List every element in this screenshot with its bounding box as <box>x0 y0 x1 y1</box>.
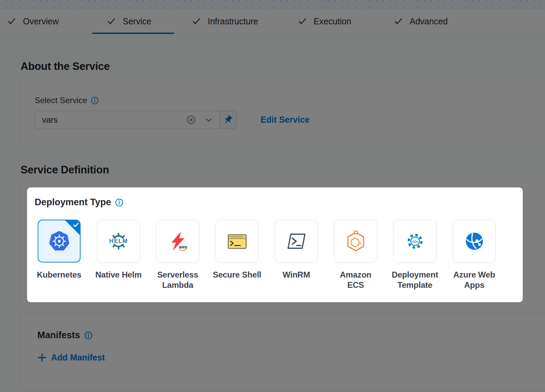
option-label: Secure Shell <box>207 270 267 280</box>
option-label: Kubernetes <box>29 270 89 280</box>
serverless-lambda-icon: aws <box>167 230 189 252</box>
serverless-lambda-tile[interactable]: aws <box>156 220 199 262</box>
option-label: Native Helm <box>88 270 149 280</box>
option-serverless-lambda: aws Serverless Lambda <box>156 220 199 290</box>
kubernetes-tile[interactable] <box>38 220 81 262</box>
kubernetes-icon <box>48 231 70 252</box>
option-label: WinRM <box>266 270 327 280</box>
globe-icon <box>463 230 485 252</box>
option-label: Deployment Template <box>385 270 445 290</box>
powershell-icon <box>286 230 307 252</box>
winrm-tile[interactable] <box>275 220 318 262</box>
deployment-type-label: Deployment Type <box>35 197 111 208</box>
terminal-icon <box>226 230 248 252</box>
option-winrm: WinRM <box>275 220 318 290</box>
svg-text:HELM: HELM <box>109 237 128 244</box>
ecs-hexagon-icon <box>345 230 367 252</box>
azure-web-apps-tile[interactable] <box>453 220 496 262</box>
gear-code-icon: </> <box>404 230 426 252</box>
option-secure-shell: Secure Shell <box>216 220 258 290</box>
option-native-helm: HELM Native Helm <box>97 220 140 290</box>
deployment-type-panel: Deployment Type <box>27 187 523 302</box>
secure-shell-tile[interactable] <box>216 220 258 262</box>
native-helm-tile[interactable]: HELM <box>97 220 140 262</box>
option-deployment-template: </> Deployment Template <box>393 220 436 290</box>
helm-icon: HELM <box>107 230 130 253</box>
deployment-template-tile[interactable]: </> <box>393 220 436 262</box>
option-kubernetes: Kubernetes <box>38 220 81 290</box>
svg-text:</>: </> <box>412 239 418 243</box>
deployment-type-options: Kubernetes HELM Native Helm <box>38 220 496 290</box>
option-label: Amazon ECS <box>326 270 386 290</box>
info-icon[interactable] <box>115 198 123 207</box>
option-azure-web-apps: Azure Web Apps <box>453 220 496 290</box>
amazon-ecs-tile[interactable] <box>334 220 377 262</box>
option-label: Serverless Lambda <box>148 270 208 290</box>
option-label: Azure Web Apps <box>444 270 505 290</box>
option-amazon-ecs: Amazon ECS <box>334 220 377 290</box>
